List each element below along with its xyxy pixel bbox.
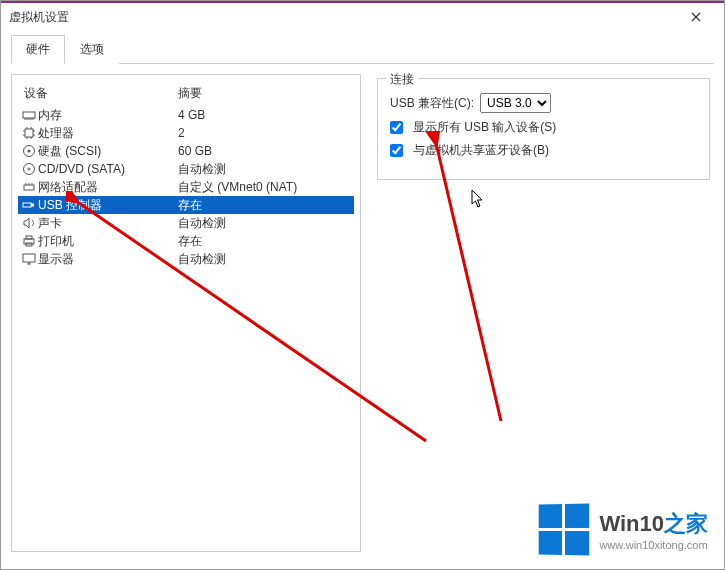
net-icon xyxy=(20,180,38,194)
device-summary: 自动检测 xyxy=(178,161,352,178)
usb-compat-select[interactable]: USB 3.0 xyxy=(480,93,551,113)
memory-icon xyxy=(20,108,38,122)
device-name: 显示器 xyxy=(38,251,178,268)
svg-rect-7 xyxy=(23,203,31,207)
connection-fieldset: 连接 USB 兼容性(C): USB 3.0 显示所有 USB 输入设备(S) … xyxy=(377,78,710,180)
close-button[interactable] xyxy=(676,3,716,31)
svg-rect-12 xyxy=(23,254,35,262)
tabs: 硬件 选项 xyxy=(11,34,714,64)
device-name: USB 控制器 xyxy=(38,197,178,214)
printer-icon xyxy=(20,234,38,248)
device-summary: 存在 xyxy=(178,197,352,214)
usb-compat-label: USB 兼容性(C): xyxy=(390,95,474,112)
show-all-usb-checkbox[interactable] xyxy=(390,121,403,134)
device-name: 网络适配器 xyxy=(38,179,178,196)
device-name: 打印机 xyxy=(38,233,178,250)
device-row[interactable]: 内存4 GB xyxy=(18,106,354,124)
device-row[interactable]: USB 控制器存在 xyxy=(18,196,354,214)
device-row[interactable]: CD/DVD (SATA)自动检测 xyxy=(18,160,354,178)
show-all-usb-label[interactable]: 显示所有 USB 输入设备(S) xyxy=(413,119,556,136)
device-row[interactable]: 硬盘 (SCSI)60 GB xyxy=(18,142,354,160)
device-summary: 4 GB xyxy=(178,108,352,122)
sound-icon xyxy=(20,216,38,230)
watermark-brand-prefix: Win10 xyxy=(599,511,664,536)
titlebar: 虚拟机设置 xyxy=(1,1,724,31)
device-summary: 2 xyxy=(178,126,352,140)
device-name: 处理器 xyxy=(38,125,178,142)
device-summary: 存在 xyxy=(178,233,352,250)
device-list[interactable]: 内存4 GB处理器2硬盘 (SCSI)60 GBCD/DVD (SATA)自动检… xyxy=(18,106,354,545)
display-icon xyxy=(20,252,38,266)
device-row[interactable]: 网络适配器自定义 (VMnet0 (NAT) xyxy=(18,178,354,196)
device-list-header: 设备 摘要 xyxy=(18,81,354,106)
settings-panel: 连接 USB 兼容性(C): USB 3.0 显示所有 USB 输入设备(S) … xyxy=(373,74,714,552)
cd-icon xyxy=(20,162,38,176)
device-summary: 60 GB xyxy=(178,144,352,158)
cpu-icon xyxy=(20,126,38,140)
device-name: 声卡 xyxy=(38,215,178,232)
svg-point-5 xyxy=(28,168,30,170)
window-title: 虚拟机设置 xyxy=(9,9,676,26)
device-name: 内存 xyxy=(38,107,178,124)
device-name: CD/DVD (SATA) xyxy=(38,162,178,176)
device-row[interactable]: 声卡自动检测 xyxy=(18,214,354,232)
svg-rect-0 xyxy=(23,112,35,118)
dialog-window: 虚拟机设置 硬件 选项 设备 摘要 内存4 GB处理器2硬盘 (SCSI)60 … xyxy=(0,0,725,570)
device-name: 硬盘 (SCSI) xyxy=(38,143,178,160)
fieldset-legend: 连接 xyxy=(386,71,418,88)
tab-options[interactable]: 选项 xyxy=(65,35,119,64)
svg-rect-6 xyxy=(24,185,34,190)
device-summary: 自定义 (VMnet0 (NAT) xyxy=(178,179,352,196)
device-summary: 自动检测 xyxy=(178,251,352,268)
svg-point-3 xyxy=(28,150,31,153)
tab-hardware[interactable]: 硬件 xyxy=(11,35,65,64)
device-row[interactable]: 显示器自动检测 xyxy=(18,250,354,268)
watermark-url: www.win10xitong.com xyxy=(599,539,708,551)
device-list-panel: 设备 摘要 内存4 GB处理器2硬盘 (SCSI)60 GBCD/DVD (SA… xyxy=(11,74,361,552)
watermark-brand-suffix: 之家 xyxy=(664,511,708,536)
device-summary: 自动检测 xyxy=(178,215,352,232)
device-row[interactable]: 打印机存在 xyxy=(18,232,354,250)
watermark: Win10之家 www.win10xitong.com xyxy=(538,504,708,555)
header-device: 设备 xyxy=(20,85,178,102)
svg-rect-1 xyxy=(25,129,33,137)
usb-icon xyxy=(20,198,38,212)
windows-logo-icon xyxy=(539,504,590,556)
disk-icon xyxy=(20,144,38,158)
svg-rect-8 xyxy=(31,204,34,207)
share-bluetooth-checkbox[interactable] xyxy=(390,144,403,157)
device-row[interactable]: 处理器2 xyxy=(18,124,354,142)
watermark-text: Win10之家 www.win10xitong.com xyxy=(599,509,708,551)
share-bluetooth-label[interactable]: 与虚拟机共享蓝牙设备(B) xyxy=(413,142,549,159)
header-summary: 摘要 xyxy=(178,85,352,102)
svg-point-4 xyxy=(24,164,35,175)
dialog-body: 设备 摘要 内存4 GB处理器2硬盘 (SCSI)60 GBCD/DVD (SA… xyxy=(1,64,724,562)
close-icon xyxy=(691,12,701,22)
svg-rect-10 xyxy=(26,236,32,239)
